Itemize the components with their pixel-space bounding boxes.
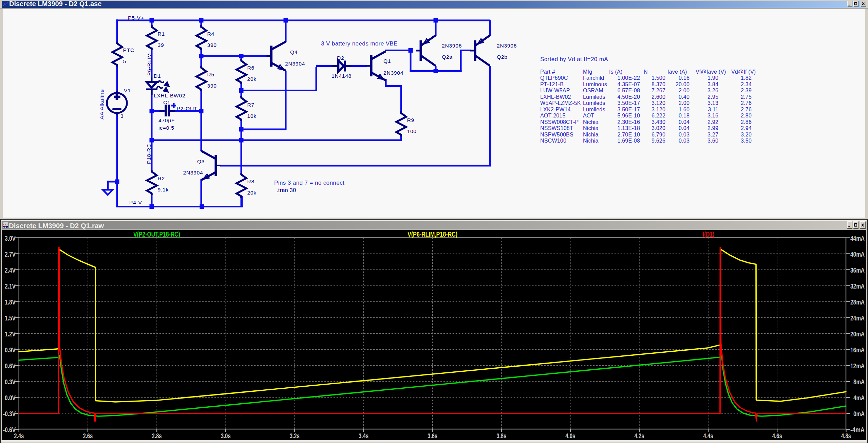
svg-text:1.82: 1.82 xyxy=(741,75,752,81)
svg-text:QTLP690C: QTLP690C xyxy=(540,75,568,81)
svg-text:2.94: 2.94 xyxy=(741,125,752,131)
svg-text:470µF: 470µF xyxy=(158,117,175,123)
svg-text:0.04: 0.04 xyxy=(679,125,690,131)
svg-text:3.120: 3.120 xyxy=(652,100,665,106)
svg-text:R9: R9 xyxy=(407,117,414,123)
svg-text:2.75: 2.75 xyxy=(741,94,752,100)
svg-text:1.5V: 1.5V xyxy=(5,314,16,322)
svg-text:3.50E-17: 3.50E-17 xyxy=(617,107,640,112)
svg-text:28mA: 28mA xyxy=(850,298,865,306)
svg-text:2.76: 2.76 xyxy=(741,100,752,106)
svg-text:3.16: 3.16 xyxy=(707,113,718,118)
svg-text:P4-V-: P4-V- xyxy=(129,200,144,205)
svg-text:LXHL-BW02: LXHL-BW02 xyxy=(154,93,185,98)
svg-text:Lumileds: Lumileds xyxy=(583,94,605,100)
svg-text:3.13: 3.13 xyxy=(707,100,718,106)
svg-text:7.267: 7.267 xyxy=(652,88,665,93)
svg-text:AOT: AOT xyxy=(583,113,595,118)
svg-text:Vf@Iave (V): Vf@Iave (V) xyxy=(696,69,726,75)
svg-text:4.4s: 4.4s xyxy=(703,432,713,440)
svg-text:V1: V1 xyxy=(124,88,131,93)
svg-text:20.00: 20.00 xyxy=(676,81,690,87)
svg-text:OSRAM: OSRAM xyxy=(583,88,603,93)
svg-text:39: 39 xyxy=(158,42,164,48)
svg-text:3.84: 3.84 xyxy=(707,81,718,87)
svg-text:9.1k: 9.1k xyxy=(158,187,169,192)
svg-text:2.86: 2.86 xyxy=(741,119,752,125)
svg-text:NSCW100: NSCW100 xyxy=(540,138,566,144)
svg-text:R2: R2 xyxy=(158,176,165,181)
svg-text:P5-V+: P5-V+ xyxy=(128,15,144,21)
svg-text:1.500: 1.500 xyxy=(652,75,665,81)
svg-text:44mA: 44mA xyxy=(850,234,865,242)
svg-text:2N3906: 2N3906 xyxy=(497,43,517,49)
svg-text:R8: R8 xyxy=(247,179,254,184)
svg-text:2.34: 2.34 xyxy=(741,81,752,87)
svg-text:1.13E-18: 1.13E-18 xyxy=(617,125,640,131)
svg-text:R5: R5 xyxy=(207,72,214,77)
svg-text:2N3904: 2N3904 xyxy=(285,61,305,67)
svg-text:3.4s: 3.4s xyxy=(359,432,369,440)
svg-text:2.30E-16: 2.30E-16 xyxy=(617,119,640,125)
svg-text:9.626: 9.626 xyxy=(652,138,665,144)
svg-text:R4: R4 xyxy=(207,31,214,37)
svg-text:32mA: 32mA xyxy=(850,282,865,290)
svg-text:1.60: 1.60 xyxy=(679,107,690,112)
svg-text:V(P6-RLIM,P18-RC): V(P6-RLIM,P18-RC) xyxy=(408,230,457,238)
svg-text:D2: D2 xyxy=(337,55,344,61)
svg-text:3.60: 3.60 xyxy=(707,138,718,144)
svg-text:10k: 10k xyxy=(247,113,257,119)
svg-text:2.92: 2.92 xyxy=(707,119,718,125)
svg-text:LXK2-PW14: LXK2-PW14 xyxy=(540,107,571,112)
svg-text:2.8s: 2.8s xyxy=(152,432,162,440)
svg-text:2.70E-10: 2.70E-10 xyxy=(617,132,640,137)
svg-text:3.26: 3.26 xyxy=(707,88,718,93)
svg-text:PTC: PTC xyxy=(123,47,134,53)
svg-text:3.6s: 3.6s xyxy=(428,432,437,440)
svg-text:R1: R1 xyxy=(158,31,165,37)
svg-text:8.370: 8.370 xyxy=(652,81,665,87)
svg-text:3.8s: 3.8s xyxy=(496,432,506,440)
svg-text:3.020: 3.020 xyxy=(652,125,665,131)
svg-text:4.0s: 4.0s xyxy=(565,432,575,440)
svg-text:2.600: 2.600 xyxy=(652,94,665,100)
svg-text:Vd@If (V): Vd@If (V) xyxy=(731,69,756,75)
svg-text:Q2b: Q2b xyxy=(497,54,508,60)
svg-text:AA Alkaline: AA Alkaline xyxy=(99,89,105,119)
svg-text:16mA: 16mA xyxy=(850,346,865,354)
svg-text:NSSWS108T: NSSWS108T xyxy=(540,125,573,131)
svg-text:R6: R6 xyxy=(247,65,254,71)
svg-text:24mA: 24mA xyxy=(850,314,865,322)
svg-text:390: 390 xyxy=(207,83,217,89)
svg-text:1.00E-22: 1.00E-22 xyxy=(617,75,640,81)
svg-text:0.3V: 0.3V xyxy=(5,378,16,386)
svg-text:Lumileds: Lumileds xyxy=(583,107,605,112)
svg-text:Lumileds: Lumileds xyxy=(583,100,605,106)
svg-text:0.04: 0.04 xyxy=(679,119,690,125)
svg-text:3.50: 3.50 xyxy=(741,138,752,144)
svg-text:6.222: 6.222 xyxy=(652,113,665,118)
svg-text:I(D1): I(D1) xyxy=(703,230,714,238)
svg-text:3.430: 3.430 xyxy=(652,119,665,125)
svg-text:2.99: 2.99 xyxy=(707,125,718,131)
svg-text:R7: R7 xyxy=(247,102,254,108)
svg-text:C1: C1 xyxy=(163,99,170,105)
svg-text:0.18: 0.18 xyxy=(679,113,690,118)
svg-text:0.9V: 0.9V xyxy=(5,346,16,354)
svg-text:1N4148: 1N4148 xyxy=(332,73,352,79)
svg-text:Nichia: Nichia xyxy=(583,138,599,144)
svg-text:LUW-W5AP: LUW-W5AP xyxy=(540,88,570,93)
svg-text:8mA: 8mA xyxy=(853,378,865,386)
svg-text:4.50E-20: 4.50E-20 xyxy=(617,94,640,100)
svg-text:2N3904: 2N3904 xyxy=(183,170,203,176)
svg-text:12mA: 12mA xyxy=(850,362,865,370)
svg-text:390: 390 xyxy=(207,42,217,48)
svg-text:6.790: 6.790 xyxy=(652,132,665,137)
svg-text:-0.3V: -0.3V xyxy=(3,410,16,418)
svg-text:P2-OUT: P2-OUT xyxy=(177,106,198,111)
svg-text:W5AP-LZMZ-5K: W5AP-LZMZ-5K xyxy=(540,100,581,106)
svg-text:0.16: 0.16 xyxy=(679,75,690,81)
svg-text:2.00: 2.00 xyxy=(679,100,690,106)
svg-text:V(P2-OUT,P18-RC): V(P2-OUT,P18-RC) xyxy=(133,230,180,238)
svg-text:100: 100 xyxy=(407,128,417,134)
